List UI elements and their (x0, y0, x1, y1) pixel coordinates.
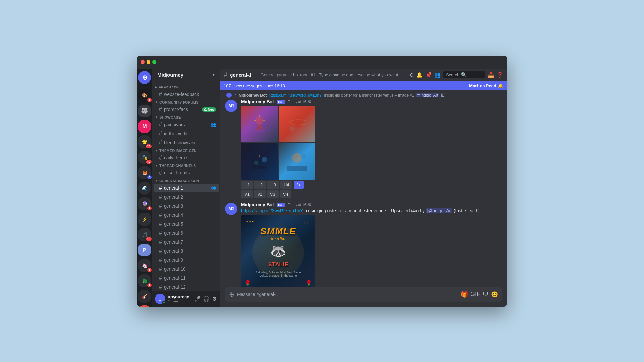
channel-name: blend-showcase (164, 140, 216, 145)
refresh-button[interactable]: ↻ (294, 181, 304, 189)
user-avatar[interactable]: U (155, 294, 165, 304)
channel-prompt-faqs[interactable]: # prompt-faqs 51 New (154, 105, 219, 114)
message-text-ref: music gig poster for a manchester venue … (324, 93, 414, 97)
server-icon-7[interactable]: 🌊 (138, 182, 151, 195)
server-icon-9[interactable]: ⚡ (138, 213, 151, 226)
category-showcase[interactable]: ▼ SHOWCASE (152, 114, 220, 120)
server-icon-11[interactable]: P (138, 244, 151, 256)
channel-name: daily-theme (164, 155, 216, 160)
threads-icon[interactable]: ⊕ (410, 72, 414, 78)
gif-icon[interactable]: GIF (470, 291, 480, 298)
category-general-label: GENERAL IMAGE GEN (159, 179, 217, 183)
new-messages-text: 107+ new messages since 16:18 (224, 83, 285, 88)
help-icon[interactable]: ❓ (497, 72, 503, 78)
inbox-icon[interactable]: 📥 (488, 72, 494, 78)
category-thread-label: THREAD CHANNELS (159, 164, 217, 168)
maximize-button[interactable] (152, 60, 156, 64)
message-input[interactable] (237, 289, 458, 300)
messages-area[interactable]: 107+ new messages since 16:18 Mark as Re… (220, 81, 507, 287)
channel-general-1[interactable]: # general-1 👥 (154, 184, 219, 192)
microphone-icon[interactable]: 🎤 (194, 295, 201, 302)
poster-cat-icon: 🦝 (256, 244, 301, 259)
hash-icon: # (159, 91, 162, 98)
channel-hash-icon: # (224, 71, 227, 79)
channel-general-12[interactable]: # general-12 (154, 283, 219, 291)
server-icon-1[interactable]: 🎨 1 (138, 89, 151, 102)
emoji-icon[interactable]: 😊 (491, 291, 498, 298)
variation-v1-button[interactable]: V1 (241, 190, 253, 198)
server-icon-14[interactable]: 🎸 (138, 290, 151, 303)
channel-name: general-3 (164, 203, 216, 209)
flower-deco-2: 🌹 (306, 280, 312, 286)
category-feedback[interactable]: ▶ FEEDBACK (152, 84, 220, 90)
message-2-mention: @Indigo_Art (426, 208, 452, 213)
category-general-image-gen[interactable]: ▼ GENERAL IMAGE GEN (152, 178, 220, 183)
pin-icon[interactable]: 📌 (425, 72, 432, 78)
attach-file-button[interactable]: ⊕ (229, 287, 234, 302)
mark-as-read-button[interactable]: Mark as Read 🔔 (469, 83, 503, 88)
svg-rect-5 (257, 125, 262, 130)
guild-header[interactable]: Midjourney ▾ (152, 69, 220, 81)
channel-general-4[interactable]: # general-4 (154, 211, 219, 219)
message-link-ref[interactable]: https://s.mj.run/3wcRFswn1mY (269, 93, 322, 97)
variation-v3-button[interactable]: V3 (267, 190, 279, 198)
category-community-forums[interactable]: ▼ COMMUNITY FORUMS (152, 99, 220, 105)
image-icon: 🖼 (441, 93, 445, 97)
upscale-u3-button[interactable]: U3 (267, 181, 279, 189)
channel-name: general-4 (164, 212, 216, 218)
channel-general-2[interactable]: # general-2 (154, 193, 219, 201)
channel-name: general-10 (164, 266, 216, 272)
category-thread-channels[interactable]: ▼ THREAD CHANNELS (152, 162, 220, 168)
server-icon-2[interactable]: 🐺 (138, 105, 151, 117)
new-messages-banner[interactable]: 107+ new messages since 16:18 Mark as Re… (220, 81, 507, 90)
server-icon-6[interactable]: 🦊 6 (138, 166, 151, 179)
gift-icon[interactable]: 🎁 (461, 291, 468, 298)
close-button[interactable] (141, 60, 145, 64)
variation-v2-button[interactable]: V2 (254, 190, 266, 198)
channel-misc-threads[interactable]: # misc-threads (154, 169, 219, 177)
headphones-icon[interactable]: 🎧 (203, 295, 210, 302)
channel-paintovers[interactable]: # paintovers 👥 (154, 120, 219, 129)
upscale-u2-button[interactable]: U2 (254, 181, 266, 189)
channel-general-8[interactable]: # general-8 (154, 247, 219, 255)
channel-in-the-world[interactable]: # in-the-world (154, 129, 219, 138)
sticker-icon[interactable]: 🗨 (483, 291, 488, 298)
channel-daily-theme[interactable]: # daily-theme (154, 153, 219, 162)
channel-general-10[interactable]: # general-10 (154, 265, 219, 274)
channel-name-general1: general-1 (164, 185, 209, 190)
server-icon-5[interactable]: 🎭 40 (138, 151, 151, 164)
server-icon-8[interactable]: 🔮 2 (138, 197, 151, 210)
channel-general-5[interactable]: # general-5 (154, 220, 219, 228)
settings-icon[interactable]: ⚙ (212, 295, 217, 302)
header-divider: | (255, 71, 257, 78)
server-icon-13[interactable]: 🐉 2 (138, 274, 151, 287)
channel-general-11[interactable]: # general-11 (154, 274, 219, 283)
category-themed-image-gen[interactable]: ▼ THEMED IMAGE GEN (152, 147, 220, 153)
people-icon: 👥 (211, 185, 216, 190)
upscale-u4-button[interactable]: U4 (280, 181, 292, 189)
notification-icon[interactable]: 🔔 (416, 72, 423, 78)
upscale-u1-button[interactable]: U1 (241, 181, 253, 189)
server-icon-3[interactable]: M (138, 120, 151, 133)
server-icon-15[interactable]: R 14 (138, 305, 151, 307)
channel-general-9[interactable]: # general-9 (154, 256, 219, 265)
minimize-button[interactable] (147, 60, 150, 64)
image-grid (241, 106, 315, 180)
variation-buttons-row: V1 V2 V3 V4 (241, 190, 502, 198)
message-1-content: Midjourney Bot BOT Today at 16:20 (241, 99, 502, 198)
channel-website-feedback[interactable]: # website-feedback (154, 90, 219, 99)
channel-general-3[interactable]: # general-3 (154, 202, 219, 210)
variation-v4-button[interactable]: V4 (280, 190, 291, 198)
message-2-link[interactable]: https://s.mj.run/3wcRFswn1mY (241, 208, 303, 213)
server-icon-10[interactable]: 🎵 13 (138, 228, 151, 241)
discord-home-icon[interactable]: ⊕ (138, 71, 151, 84)
message-1-header: Midjourney Bot BOT Today at 16:20 (241, 99, 502, 104)
search-bar[interactable]: Search 🔍 (443, 71, 485, 78)
hash-icon: # (159, 221, 162, 227)
channel-general-6[interactable]: # general-6 (154, 229, 219, 237)
server-icon-4[interactable]: 🌟 18 (138, 135, 151, 148)
channel-blend-showcase[interactable]: # blend-showcase (154, 138, 219, 147)
channel-general-7[interactable]: # general-7 (154, 238, 219, 246)
server-icon-12[interactable]: 🦄 1 (138, 259, 151, 272)
members-icon[interactable]: 👥 (434, 72, 441, 78)
